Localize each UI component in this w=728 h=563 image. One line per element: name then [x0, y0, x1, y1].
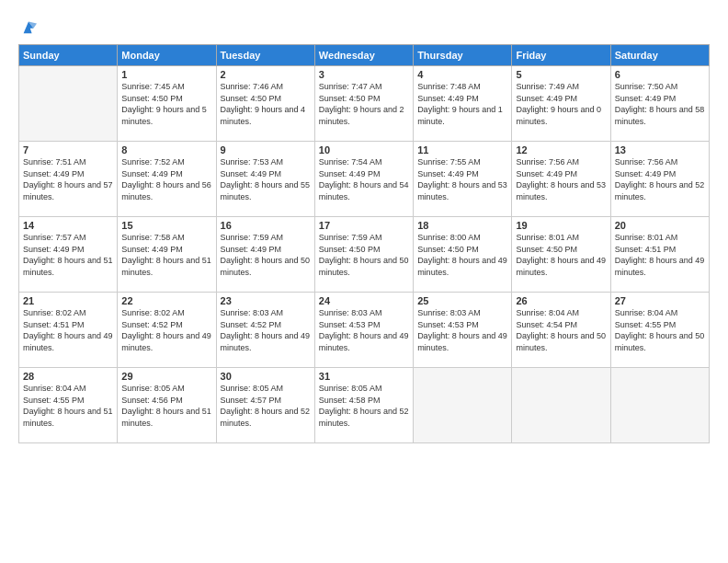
- weekday-header-row: SundayMondayTuesdayWednesdayThursdayFrid…: [19, 45, 710, 66]
- calendar-cell: 11Sunrise: 7:55 AM Sunset: 4:49 PM Dayli…: [414, 142, 512, 217]
- day-info: Sunrise: 8:03 AM Sunset: 4:53 PM Dayligh…: [417, 307, 507, 353]
- calendar-cell: 28Sunrise: 8:04 AM Sunset: 4:55 PM Dayli…: [19, 368, 118, 443]
- day-number: 1: [121, 69, 211, 80]
- calendar-cell: 22Sunrise: 8:02 AM Sunset: 4:52 PM Dayli…: [118, 293, 216, 368]
- calendar-cell: 13Sunrise: 7:56 AM Sunset: 4:49 PM Dayli…: [610, 142, 709, 217]
- day-number: 21: [23, 295, 113, 306]
- day-number: 8: [121, 144, 211, 155]
- calendar-cell: 15Sunrise: 7:58 AM Sunset: 4:49 PM Dayli…: [118, 217, 216, 293]
- day-info: Sunrise: 8:04 AM Sunset: 4:54 PM Dayligh…: [516, 307, 606, 353]
- calendar-cell: 12Sunrise: 7:56 AM Sunset: 4:49 PM Dayli…: [512, 142, 610, 217]
- day-number: 11: [417, 144, 507, 155]
- day-number: 12: [516, 144, 606, 155]
- week-row-0: 1Sunrise: 7:45 AM Sunset: 4:50 PM Daylig…: [19, 66, 710, 142]
- day-number: 29: [121, 371, 211, 382]
- day-number: 14: [23, 220, 113, 231]
- day-number: 30: [221, 371, 311, 382]
- weekday-header-sunday: Sunday: [19, 45, 118, 66]
- day-info: Sunrise: 8:05 AM Sunset: 4:58 PM Dayligh…: [319, 383, 409, 429]
- day-number: 17: [319, 220, 409, 231]
- day-info: Sunrise: 8:05 AM Sunset: 4:56 PM Dayligh…: [121, 383, 211, 429]
- calendar-cell: 4Sunrise: 7:48 AM Sunset: 4:49 PM Daylig…: [414, 66, 512, 142]
- calendar-cell: 3Sunrise: 7:47 AM Sunset: 4:50 PM Daylig…: [314, 66, 413, 142]
- day-number: 6: [615, 69, 705, 80]
- day-info: Sunrise: 7:56 AM Sunset: 4:49 PM Dayligh…: [615, 156, 705, 202]
- week-row-1: 7Sunrise: 7:51 AM Sunset: 4:49 PM Daylig…: [19, 142, 710, 217]
- calendar-cell: 31Sunrise: 8:05 AM Sunset: 4:58 PM Dayli…: [314, 368, 413, 443]
- day-info: Sunrise: 7:51 AM Sunset: 4:49 PM Dayligh…: [23, 156, 113, 202]
- weekday-header-wednesday: Wednesday: [314, 45, 413, 66]
- day-number: 2: [221, 69, 311, 80]
- day-info: Sunrise: 8:04 AM Sunset: 4:55 PM Dayligh…: [23, 383, 113, 429]
- day-info: Sunrise: 8:02 AM Sunset: 4:52 PM Dayligh…: [121, 307, 211, 353]
- weekday-header-monday: Monday: [118, 45, 216, 66]
- calendar-cell: [19, 66, 118, 142]
- calendar-cell: 1Sunrise: 7:45 AM Sunset: 4:50 PM Daylig…: [118, 66, 216, 142]
- day-info: Sunrise: 7:57 AM Sunset: 4:49 PM Dayligh…: [23, 232, 113, 278]
- header: [18, 17, 710, 35]
- day-info: Sunrise: 8:01 AM Sunset: 4:50 PM Dayligh…: [516, 232, 606, 278]
- calendar-cell: 6Sunrise: 7:50 AM Sunset: 4:49 PM Daylig…: [610, 66, 709, 142]
- calendar-cell: 16Sunrise: 7:59 AM Sunset: 4:49 PM Dayli…: [216, 217, 314, 293]
- weekday-header-tuesday: Tuesday: [216, 45, 314, 66]
- day-number: 27: [615, 295, 705, 306]
- day-number: 20: [615, 220, 705, 231]
- day-info: Sunrise: 7:52 AM Sunset: 4:49 PM Dayligh…: [121, 156, 211, 202]
- calendar-cell: 17Sunrise: 7:59 AM Sunset: 4:50 PM Dayli…: [314, 217, 413, 293]
- calendar-cell: 30Sunrise: 8:05 AM Sunset: 4:57 PM Dayli…: [216, 368, 314, 443]
- calendar-cell: 8Sunrise: 7:52 AM Sunset: 4:49 PM Daylig…: [118, 142, 216, 217]
- day-number: 10: [319, 144, 409, 155]
- day-number: 31: [319, 371, 409, 382]
- calendar-cell: 24Sunrise: 8:03 AM Sunset: 4:53 PM Dayli…: [314, 293, 413, 368]
- day-info: Sunrise: 7:48 AM Sunset: 4:49 PM Dayligh…: [417, 81, 507, 127]
- calendar-cell: 10Sunrise: 7:54 AM Sunset: 4:49 PM Dayli…: [314, 142, 413, 217]
- calendar-cell: 5Sunrise: 7:49 AM Sunset: 4:49 PM Daylig…: [512, 66, 610, 142]
- calendar-cell: [414, 368, 512, 443]
- weekday-header-saturday: Saturday: [610, 45, 709, 66]
- calendar-cell: 18Sunrise: 8:00 AM Sunset: 4:50 PM Dayli…: [414, 217, 512, 293]
- day-info: Sunrise: 7:54 AM Sunset: 4:49 PM Dayligh…: [319, 156, 409, 202]
- calendar-cell: 14Sunrise: 7:57 AM Sunset: 4:49 PM Dayli…: [19, 217, 118, 293]
- day-info: Sunrise: 8:02 AM Sunset: 4:51 PM Dayligh…: [23, 307, 113, 353]
- day-number: 5: [516, 69, 606, 80]
- day-number: 15: [121, 220, 211, 231]
- day-number: 25: [417, 295, 507, 306]
- logo: [18, 17, 37, 35]
- calendar-cell: [610, 368, 709, 443]
- day-number: 28: [23, 371, 113, 382]
- day-number: 18: [417, 220, 507, 231]
- day-number: 9: [221, 144, 311, 155]
- calendar-cell: 20Sunrise: 8:01 AM Sunset: 4:51 PM Dayli…: [610, 217, 709, 293]
- week-row-4: 28Sunrise: 8:04 AM Sunset: 4:55 PM Dayli…: [19, 368, 710, 443]
- calendar-cell: 19Sunrise: 8:01 AM Sunset: 4:50 PM Dayli…: [512, 217, 610, 293]
- calendar-cell: 27Sunrise: 8:04 AM Sunset: 4:55 PM Dayli…: [610, 293, 709, 368]
- calendar-cell: 7Sunrise: 7:51 AM Sunset: 4:49 PM Daylig…: [19, 142, 118, 217]
- day-number: 23: [221, 295, 311, 306]
- day-number: 7: [23, 144, 113, 155]
- day-info: Sunrise: 7:45 AM Sunset: 4:50 PM Dayligh…: [121, 81, 211, 127]
- calendar-cell: [512, 368, 610, 443]
- day-info: Sunrise: 7:53 AM Sunset: 4:49 PM Dayligh…: [221, 156, 311, 202]
- day-info: Sunrise: 8:01 AM Sunset: 4:51 PM Dayligh…: [615, 232, 705, 278]
- calendar-cell: 23Sunrise: 8:03 AM Sunset: 4:52 PM Dayli…: [216, 293, 314, 368]
- day-number: 13: [615, 144, 705, 155]
- logo-icon: [20, 18, 37, 35]
- day-number: 3: [319, 69, 409, 80]
- day-info: Sunrise: 7:59 AM Sunset: 4:50 PM Dayligh…: [319, 232, 409, 278]
- day-info: Sunrise: 8:03 AM Sunset: 4:53 PM Dayligh…: [319, 307, 409, 353]
- week-row-2: 14Sunrise: 7:57 AM Sunset: 4:49 PM Dayli…: [19, 217, 710, 293]
- day-number: 16: [221, 220, 311, 231]
- day-info: Sunrise: 7:50 AM Sunset: 4:49 PM Dayligh…: [615, 81, 705, 127]
- day-info: Sunrise: 8:00 AM Sunset: 4:50 PM Dayligh…: [417, 232, 507, 278]
- day-info: Sunrise: 7:49 AM Sunset: 4:49 PM Dayligh…: [516, 81, 606, 127]
- day-number: 4: [417, 69, 507, 80]
- day-info: Sunrise: 8:03 AM Sunset: 4:52 PM Dayligh…: [221, 307, 311, 353]
- calendar-cell: 25Sunrise: 8:03 AM Sunset: 4:53 PM Dayli…: [414, 293, 512, 368]
- day-info: Sunrise: 8:04 AM Sunset: 4:55 PM Dayligh…: [615, 307, 705, 353]
- day-info: Sunrise: 7:47 AM Sunset: 4:50 PM Dayligh…: [319, 81, 409, 127]
- weekday-header-friday: Friday: [512, 45, 610, 66]
- day-info: Sunrise: 7:58 AM Sunset: 4:49 PM Dayligh…: [121, 232, 211, 278]
- day-number: 26: [516, 295, 606, 306]
- day-info: Sunrise: 7:56 AM Sunset: 4:49 PM Dayligh…: [516, 156, 606, 202]
- calendar: SundayMondayTuesdayWednesdayThursdayFrid…: [18, 44, 710, 443]
